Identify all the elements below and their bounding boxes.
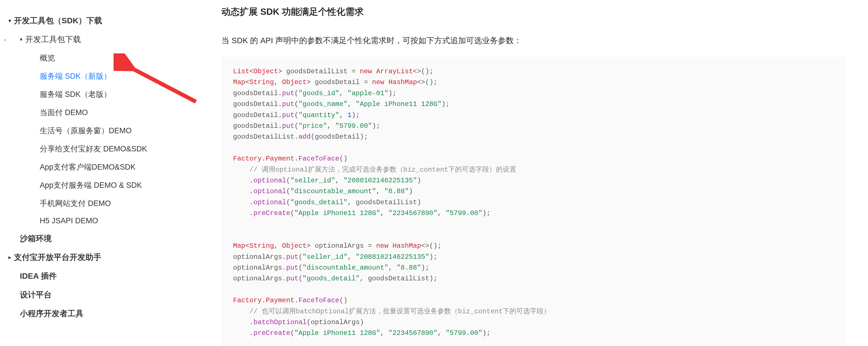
code-block: List<Object> goodsDetailList = new Array… [221, 57, 845, 346]
sidebar-item-open-platform-helper[interactable]: ▸ 支付宝开放平台开发助手 [8, 248, 196, 267]
caret-right-icon: ▸ [8, 254, 11, 260]
sidebar-item-share-demo[interactable]: 分享给支付宝好友 DEMO&SDK [8, 140, 196, 158]
sidebar-sub-devkit-download[interactable]: ▾ 开发工具包下载 [8, 30, 196, 49]
sidebar-item-design-platform[interactable]: 设计平台 [8, 286, 196, 304]
caret-down-icon: ▾ [8, 18, 11, 24]
sidebar-item-app-server-demo[interactable]: App支付服务端 DEMO & SDK [8, 176, 196, 194]
section-description: 当 SDK 的 API 声明中的参数不满足个性化需求时，可按如下方式追加可选业务… [221, 35, 845, 46]
sidebar-item-h5-jsapi-demo[interactable]: H5 JSAPI DEMO [8, 212, 196, 229]
sidebar-item-f2f-demo[interactable]: 当面付 DEMO [8, 104, 196, 122]
sidebar-root-sdk-download[interactable]: ▾ 开发工具包（SDK）下载 [8, 11, 196, 30]
sidebar-item-wap-demo[interactable]: 手机网站支付 DEMO [8, 194, 196, 212]
sidebar-item-sandbox[interactable]: 沙箱环境 [8, 229, 196, 248]
sidebar-item-server-sdk-new[interactable]: 服务端 SDK（新版） [8, 67, 196, 85]
sidebar-item-miniapp-devtools[interactable]: 小程序开发者工具 [8, 304, 196, 323]
main-content: 动态扩展 SDK 功能满足个性化需求 当 SDK 的 API 声明中的参数不满足… [205, 0, 868, 346]
section-heading: 动态扩展 SDK 功能满足个性化需求 [221, 6, 845, 18]
sidebar-sub-label: 开发工具包下载 [25, 34, 81, 45]
sidebar-item-overview[interactable]: 概览 [8, 49, 196, 67]
sidebar-item-server-sdk-old[interactable]: 服务端 SDK（老版） [8, 85, 196, 104]
sidebar-item-lifenum-demo[interactable]: 生活号（原服务窗）DEMO [8, 122, 196, 140]
sidebar: ▾ 开发工具包（SDK）下载 ▾ 开发工具包下载 概览 服务端 SDK（新版） … [0, 0, 205, 346]
caret-down-icon: ▾ [20, 36, 23, 42]
sidebar-item-idea-plugin[interactable]: IDEA 插件 [8, 267, 196, 286]
sidebar-item-app-client-demo[interactable]: App支付客户端DEMO&SDK [8, 158, 196, 176]
sidebar-root-label: 开发工具包（SDK）下载 [14, 15, 102, 26]
